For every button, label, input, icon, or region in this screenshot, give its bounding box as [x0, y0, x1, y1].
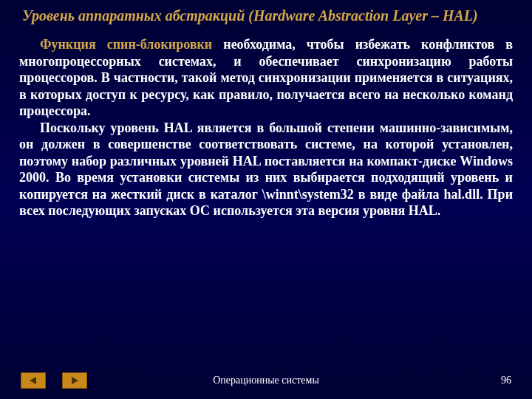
arrow-left-icon	[27, 375, 39, 386]
slide-title: Уровень аппаратных абстракций (Hardware …	[19, 7, 513, 24]
prev-button[interactable]	[21, 372, 46, 389]
slide-body: Функция спин-блокировки необходима, чтоб…	[19, 36, 513, 219]
highlight-term: Функция спин-блокировки	[40, 37, 212, 52]
svg-marker-1	[72, 377, 78, 384]
nav-buttons-group	[21, 372, 87, 389]
paragraph-2: Поскольку уровень HAL является в большой…	[19, 120, 513, 219]
paragraph-1: Функция спин-блокировки необходима, чтоб…	[19, 36, 513, 120]
page-number: 96	[501, 375, 511, 386]
arrow-right-icon	[69, 375, 81, 386]
svg-marker-0	[30, 377, 36, 384]
footer-text: Операционные системы	[213, 375, 319, 386]
footer: Операционные системы 96	[0, 372, 532, 389]
next-button[interactable]	[62, 372, 87, 389]
slide-container: Уровень аппаратных абстракций (Hardware …	[0, 0, 532, 399]
